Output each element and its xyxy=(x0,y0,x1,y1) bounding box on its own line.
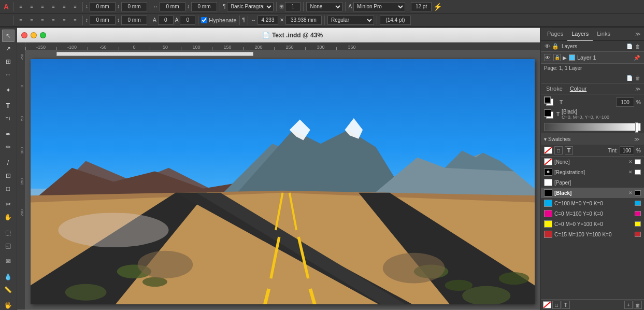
leading-input[interactable] xyxy=(380,16,411,25)
gradient-feather-btn[interactable]: ◱ xyxy=(2,239,15,252)
swatch-black[interactable]: [Black] ✕ xyxy=(541,188,644,198)
type-tool-btn[interactable]: T xyxy=(2,100,15,112)
window-min-btn[interactable] xyxy=(31,32,37,38)
gradient-handle[interactable] xyxy=(635,122,638,133)
new-swatch-btn[interactable]: □ xyxy=(554,146,563,154)
y-input[interactable]: 0 mm xyxy=(121,2,147,11)
align2-3[interactable]: ≡ xyxy=(38,16,47,25)
canvas-body[interactable] xyxy=(25,51,540,309)
y2-input[interactable] xyxy=(121,16,147,25)
align2-1[interactable]: ≡ xyxy=(16,16,25,25)
swatch-paper[interactable]: [Paper] xyxy=(541,177,644,188)
direct-selection-tool-btn[interactable]: ↗ xyxy=(2,43,15,55)
font-family-dropdown[interactable]: Minion Pro xyxy=(353,2,405,11)
type-path-tool-btn[interactable]: T⌇ xyxy=(2,112,15,125)
layer1-eye[interactable]: 👁 xyxy=(544,54,551,61)
swatches-title: Swatches xyxy=(547,136,633,142)
rect-tool-btn[interactable]: □ xyxy=(2,182,15,195)
colour-swatch-box[interactable] xyxy=(544,109,554,120)
colour-options-btn[interactable]: ≫ xyxy=(634,84,642,93)
window-close-btn[interactable] xyxy=(21,32,27,38)
gap-tool-btn[interactable]: ↔ xyxy=(2,68,15,81)
swatch-none[interactable]: [None] ✕ xyxy=(541,157,644,167)
columns-input[interactable] xyxy=(285,2,300,11)
panel-options-btn[interactable]: ≫ xyxy=(634,30,642,38)
align-justify3-btn[interactable]: ≡ xyxy=(70,2,80,11)
page-tool-btn[interactable]: ⊞ xyxy=(2,55,15,68)
colour-percentage-input[interactable]: 100 xyxy=(616,97,634,107)
new-layer-btn[interactable]: 📄 xyxy=(625,42,634,50)
baseline-input[interactable] xyxy=(180,16,195,25)
hyphenate-checkbox[interactable] xyxy=(201,17,207,23)
pages-tab[interactable]: Pages xyxy=(543,27,567,41)
w-input[interactable]: 0 mm xyxy=(160,2,185,11)
swatch-cyan[interactable]: C=100 M=0 Y=0 K=0 xyxy=(541,198,644,208)
layer1-expand[interactable]: ▶ xyxy=(563,55,567,61)
x-input[interactable]: 0 mm xyxy=(90,2,116,11)
window-max-btn[interactable] xyxy=(40,32,46,38)
bottom-text-swatch-btn[interactable]: T xyxy=(562,301,570,309)
x2-input[interactable] xyxy=(90,16,116,25)
tint-input[interactable]: 100 xyxy=(620,146,634,154)
layer-action-btn2[interactable]: 🗑 xyxy=(634,74,642,82)
eyedropper-tool-btn[interactable]: 💧 xyxy=(2,271,15,283)
scale-input[interactable] xyxy=(257,16,278,25)
layers-tab[interactable]: Layers xyxy=(567,27,593,41)
none-dropdown[interactable]: None xyxy=(306,2,342,11)
layer-action-btn1[interactable]: 📄 xyxy=(625,74,634,82)
h-input[interactable]: 0 mm xyxy=(191,2,217,11)
layer1-item[interactable]: 👁 🔒 ▶ Layer 1 📌 xyxy=(541,52,644,63)
colour-tab[interactable]: Colour xyxy=(567,84,590,93)
yellow-color-swatch xyxy=(544,220,552,228)
gradient-tool-btn[interactable]: ⬚ xyxy=(2,227,15,239)
fill-stroke-icons[interactable] xyxy=(544,96,555,108)
measure-tool-btn[interactable]: 📏 xyxy=(2,284,15,296)
text-swatch-btn[interactable]: T xyxy=(565,146,573,154)
pencil-tool-btn[interactable]: ✏ xyxy=(2,141,15,153)
width-val-input[interactable] xyxy=(285,16,322,25)
paragraph-style-dropdown[interactable]: Basic Paragraph xyxy=(227,2,274,11)
delete-layer-btn[interactable]: 🗑 xyxy=(634,42,642,50)
align2-6[interactable]: ≡ xyxy=(70,16,80,25)
stroke-tab[interactable]: Stroke xyxy=(543,84,566,93)
selection-handle-top[interactable] xyxy=(56,52,253,56)
font-style-dropdown[interactable]: Regular xyxy=(327,16,374,25)
pen-tool-btn[interactable]: ✒ xyxy=(2,128,15,140)
swatch-registration[interactable]: ⊕ [Registration] ✕ xyxy=(541,167,644,177)
layer1-pin-btn[interactable]: 📌 xyxy=(633,53,641,62)
lightning-icon[interactable]: ⚡ xyxy=(433,3,441,11)
transform-tool-btn[interactable]: ✋ xyxy=(2,211,15,223)
align-right-btn[interactable]: ≡ xyxy=(38,2,47,11)
align-left-btn[interactable]: ≡ xyxy=(16,2,25,11)
align-center-btn[interactable]: ≡ xyxy=(27,2,36,11)
line-tool-btn[interactable]: / xyxy=(2,157,15,169)
document-page[interactable] xyxy=(31,59,535,304)
content-tool-btn[interactable]: ✦ xyxy=(2,84,15,96)
align2-5[interactable]: ≡ xyxy=(60,16,69,25)
links-tab[interactable]: Links xyxy=(593,27,614,41)
swatch-yellow[interactable]: C=0 M=0 Y=100 K=0 xyxy=(541,219,644,229)
align2-4[interactable]: ≡ xyxy=(49,16,58,25)
selection-tool-btn[interactable]: ↖ xyxy=(2,30,15,42)
bottom-none-swatch[interactable] xyxy=(543,301,551,308)
align-justify2-btn[interactable]: ≡ xyxy=(60,2,69,11)
stroke-colour-tabs: Stroke Colour ≫ xyxy=(541,83,644,94)
note-tool-btn[interactable]: ✉ xyxy=(2,255,15,267)
layer1-lock[interactable]: 🔒 xyxy=(553,54,561,61)
bottom-new-swatch-btn[interactable]: □ xyxy=(552,301,561,309)
align-justify-btn[interactable]: ≡ xyxy=(49,2,58,11)
font-size-input[interactable] xyxy=(411,2,432,11)
swatches-options-btn[interactable]: ≫ xyxy=(633,135,641,143)
none-swatch-btn[interactable] xyxy=(544,147,552,154)
delete-swatch-btn[interactable]: 🗑 xyxy=(634,301,642,309)
align2-2[interactable]: ≡ xyxy=(27,16,36,25)
hand-tool-btn[interactable]: 🖐 xyxy=(2,299,15,310)
size-input[interactable] xyxy=(158,16,174,25)
swatch-magenta[interactable]: C=0 M=100 Y=0 K=0 xyxy=(541,208,644,219)
hyphenate-label[interactable]: Hyphenate xyxy=(201,17,236,23)
scissors-tool-btn[interactable]: ✂ xyxy=(2,198,15,210)
colour-gradient-bar[interactable] xyxy=(544,123,641,131)
swatch-red[interactable]: C=15 M=100 Y=100 K=0 xyxy=(541,229,644,239)
new-swatch-action-btn[interactable]: + xyxy=(624,301,633,309)
rect-frame-tool-btn[interactable]: ⊡ xyxy=(2,170,15,182)
